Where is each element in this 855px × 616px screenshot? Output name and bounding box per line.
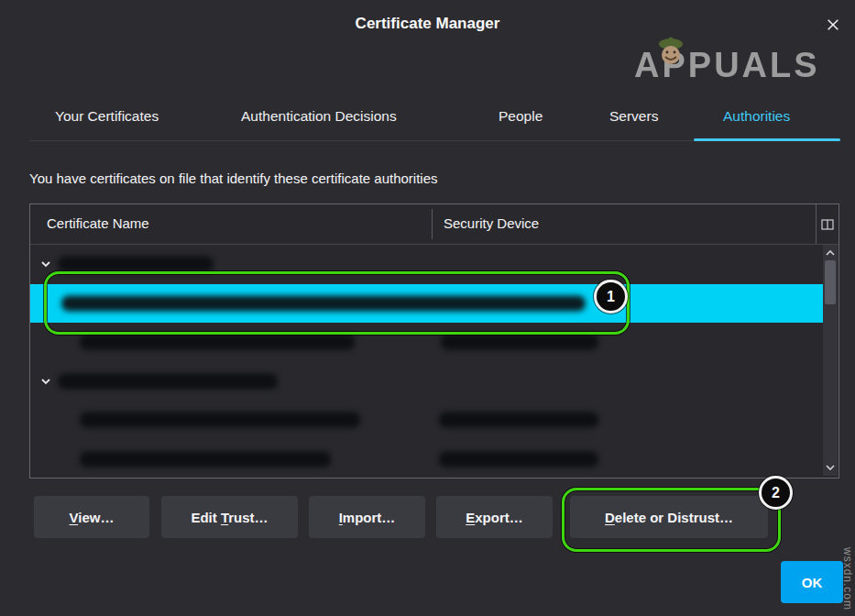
dialog-description: You have certificates on file that ident… bbox=[29, 170, 438, 186]
delete-or-distrust-button[interactable]: Delete or Distrust… bbox=[570, 496, 768, 538]
column-divider bbox=[432, 209, 433, 239]
scroll-up-icon[interactable] bbox=[823, 247, 838, 259]
redacted-text bbox=[58, 257, 214, 272]
certificates-table: Certificate Name Security Device bbox=[29, 204, 839, 478]
wsxdn-watermark: wsxdn.com bbox=[841, 547, 854, 610]
edit-trust-button[interactable]: Edit Trust… bbox=[161, 496, 298, 538]
active-tab-indicator bbox=[694, 138, 840, 141]
table-body bbox=[30, 245, 839, 478]
chevron-down-icon[interactable] bbox=[39, 258, 52, 270]
mascot-icon bbox=[656, 35, 685, 75]
view-button[interactable]: View… bbox=[34, 496, 149, 538]
tab-authorities[interactable]: Authorities bbox=[723, 108, 790, 125]
vertical-scrollbar[interactable] bbox=[823, 245, 838, 476]
annotation-badge-2: 2 bbox=[759, 476, 793, 510]
redacted-text bbox=[439, 412, 598, 428]
close-x-glyph bbox=[826, 16, 840, 33]
import-button[interactable]: Import… bbox=[309, 496, 425, 538]
redacted-text bbox=[80, 451, 331, 467]
certificate-manager-dialog: Certificate Manager APPUALS Your Certifi… bbox=[0, 0, 855, 616]
tab-servers[interactable]: Servers bbox=[609, 108, 658, 125]
close-icon[interactable] bbox=[820, 12, 846, 38]
certificate-row[interactable] bbox=[30, 323, 823, 362]
ok-button[interactable]: OK bbox=[781, 561, 843, 603]
redacted-text bbox=[61, 295, 586, 311]
redacted-text bbox=[439, 451, 598, 467]
certificate-row[interactable] bbox=[30, 440, 823, 479]
redacted-text bbox=[441, 335, 598, 350]
tab-your-certificates[interactable]: Your Certificates bbox=[55, 108, 159, 125]
redacted-text bbox=[80, 335, 355, 350]
tab-authentication-decisions[interactable]: Authentication Decisions bbox=[241, 108, 397, 125]
selected-certificate-row[interactable] bbox=[30, 284, 823, 324]
export-button[interactable]: Export… bbox=[436, 496, 553, 538]
certificate-group-row[interactable] bbox=[30, 362, 823, 402]
table-header: Certificate Name Security Device bbox=[30, 204, 839, 245]
column-picker-icon[interactable] bbox=[816, 204, 839, 244]
column-header-certificate-name[interactable]: Certificate Name bbox=[47, 215, 149, 231]
redacted-text bbox=[80, 412, 360, 428]
scroll-down-icon[interactable] bbox=[823, 461, 838, 474]
redacted-text bbox=[58, 373, 278, 389]
tab-people[interactable]: People bbox=[499, 108, 543, 125]
certificate-row[interactable] bbox=[30, 401, 823, 440]
appuals-logo: APPUALS bbox=[634, 40, 831, 88]
annotation-badge-1: 1 bbox=[594, 280, 628, 314]
scrollbar-thumb[interactable] bbox=[825, 260, 836, 304]
certificate-group-row[interactable] bbox=[30, 245, 823, 284]
dialog-title: Certificate Manager bbox=[0, 15, 855, 33]
column-header-security-device[interactable]: Security Device bbox=[444, 215, 539, 231]
chevron-down-icon[interactable] bbox=[39, 375, 52, 388]
